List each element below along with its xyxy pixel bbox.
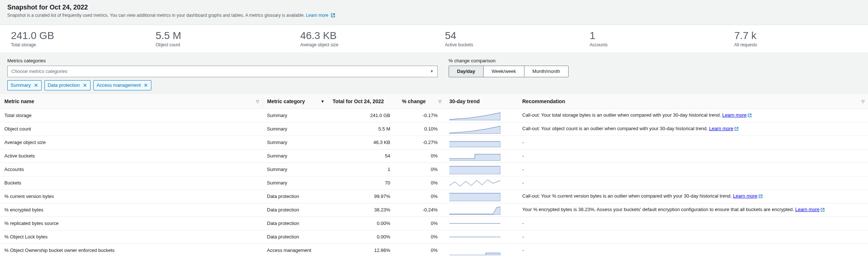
cell-trend (445, 230, 518, 244)
stat-card: 241.0 GBTotal storage (0, 30, 145, 47)
sort-icon[interactable]: ▽ (861, 99, 864, 104)
external-link-icon (735, 126, 739, 132)
cell-change: -0.24% (398, 203, 445, 217)
segment-button[interactable]: Month/month (524, 66, 568, 77)
cell-change: 0% (398, 217, 445, 230)
learn-more-link[interactable]: Learn more (306, 13, 335, 18)
cell-metric-name: % Object Lock bytes (0, 230, 263, 244)
learn-more-link[interactable]: Learn more (722, 112, 751, 118)
stat-card: 54Active buckets (434, 30, 579, 47)
token-row: Summary✕Data protection✕Access managemen… (7, 80, 438, 90)
cell-metric-name: Accounts (0, 163, 263, 176)
cell-category: Summary (263, 136, 328, 149)
filter-token: Access management✕ (93, 80, 151, 90)
table-row: Total storageSummary241.0 GB-0.17%Call-o… (0, 109, 868, 122)
segment-button[interactable]: Week/week (484, 66, 524, 77)
rec-empty: - (522, 140, 524, 145)
th-recommendation[interactable]: Recommendation ▽ (518, 94, 868, 109)
cell-recommendation: - (518, 217, 868, 230)
stat-label: Object count (156, 42, 279, 47)
external-link-icon (759, 194, 763, 199)
sparkline-icon (449, 138, 500, 147)
external-link-icon (331, 13, 335, 19)
cell-metric-name: % replicated bytes source (0, 217, 263, 230)
cell-change: 0% (398, 163, 445, 176)
cell-category: Data protection (263, 203, 328, 217)
cell-category: Summary (263, 176, 328, 190)
external-link-icon (821, 207, 825, 213)
filter-token: Summary✕ (7, 80, 42, 90)
cell-change: -0.27% (398, 136, 445, 149)
cell-change: 0% (398, 230, 445, 244)
stat-label: Active buckets (445, 42, 568, 47)
cell-change: 0.10% (398, 122, 445, 136)
cell-change: 0% (398, 149, 445, 163)
rec-text: Call-out: Your object count is an outlie… (522, 126, 709, 131)
close-icon[interactable]: ✕ (34, 83, 38, 88)
cell-total: 241.0 GB (328, 109, 398, 122)
snapshot-header: Snapshot for Oct 24, 2022 Snapshot is a … (0, 0, 868, 25)
cell-trend (445, 190, 518, 203)
sort-icon[interactable]: ▼ (321, 99, 325, 104)
cell-category: Summary (263, 109, 328, 122)
table-row: Average object sizeSummary46.3 KB-0.27%- (0, 136, 868, 149)
cell-change: 0% (398, 176, 445, 190)
th-metric-name[interactable]: Metric name ▽ (0, 94, 263, 109)
learn-more-link[interactable]: Learn more (709, 126, 738, 131)
cell-metric-name: % current version bytes (0, 190, 263, 203)
cell-category: Summary (263, 122, 328, 136)
th-metric-category[interactable]: Metric category ▼ (263, 94, 328, 109)
sort-icon[interactable]: ▽ (438, 99, 441, 104)
stat-card: 46.3 KBAverage object size (289, 30, 434, 47)
rec-empty: - (522, 153, 524, 159)
external-link-icon (748, 113, 752, 118)
cell-category: Data protection (263, 230, 328, 244)
cell-recommendation: - (518, 163, 868, 176)
cell-recommendation: - (518, 136, 868, 149)
token-label: Summary (11, 82, 31, 88)
cell-recommendation: - (518, 176, 868, 190)
sparkline-icon (449, 111, 500, 120)
rec-empty: - (522, 180, 524, 186)
close-icon[interactable]: ✕ (83, 83, 87, 88)
segment-button[interactable]: Day/day (449, 66, 484, 77)
controls-row: Metrics categories Choose metrics catego… (0, 53, 868, 94)
th-total[interactable]: Total for Oct 24, 2022 (328, 94, 398, 109)
close-icon[interactable]: ✕ (144, 83, 148, 88)
cell-recommendation: Call-out: Your object count is an outlie… (518, 122, 868, 136)
subtitle-text: Snapshot is a curated list of frequently… (7, 13, 305, 18)
cell-trend (445, 203, 518, 217)
learn-more-link[interactable]: Learn more (733, 193, 762, 199)
cell-change: 0% (398, 244, 445, 257)
cell-trend (445, 163, 518, 176)
cell-total: 0.00% (328, 217, 398, 230)
cell-change: 0% (398, 190, 445, 203)
sparkline-icon (449, 192, 500, 201)
th-metric-name-label: Metric name (4, 98, 34, 104)
th-trend[interactable]: 30-day trend (445, 94, 518, 109)
cell-trend (445, 244, 518, 257)
cell-category: Summary (263, 163, 328, 176)
rec-empty: - (522, 167, 524, 172)
comparison-segmented: Day/dayWeek/weekMonth/month (449, 66, 569, 77)
stat-card: 7.7 kAll requests (723, 30, 868, 47)
filter-token: Data protection✕ (44, 80, 90, 90)
cell-total: 70 (328, 176, 398, 190)
sparkline-icon (449, 165, 500, 174)
cell-category: Summary (263, 149, 328, 163)
cell-total: 54 (328, 149, 398, 163)
table-row: % Object Ownership bucket owner enforced… (0, 244, 868, 257)
cell-total: 38.23% (328, 203, 398, 217)
metrics-categories-select[interactable]: Choose metrics categories ▼ (7, 66, 438, 77)
cell-total: 99.97% (328, 190, 398, 203)
sort-icon[interactable]: ▽ (256, 99, 259, 104)
th-change[interactable]: % change ▽ (398, 94, 445, 109)
cell-recommendation: Your % encrypted bytes is 38.23%. Assess… (518, 203, 868, 217)
cell-metric-name: Buckets (0, 176, 263, 190)
stat-value: 54 (445, 30, 568, 42)
learn-more-label: Learn more (306, 13, 328, 18)
learn-more-link[interactable]: Learn more (795, 207, 824, 212)
stat-value: 46.3 KB (300, 30, 423, 42)
cell-metric-name: Object count (0, 122, 263, 136)
cell-total: 1 (328, 163, 398, 176)
